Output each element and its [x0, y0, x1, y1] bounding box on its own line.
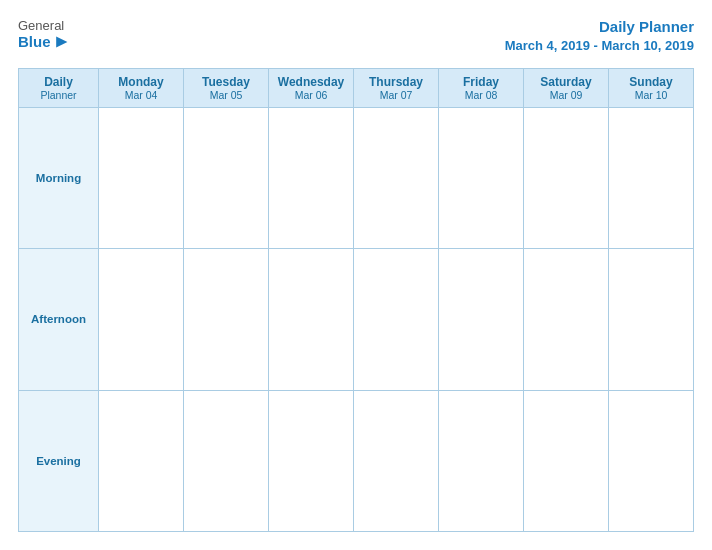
- cell-sun-afternoon[interactable]: [609, 249, 694, 390]
- header-cell-label: Daily Planner: [19, 69, 99, 108]
- cell-tue-morning[interactable]: [184, 108, 269, 249]
- logo-blue-area: Blue: [18, 33, 69, 50]
- cell-mon-evening[interactable]: [99, 390, 184, 531]
- header-cell-thu: Thursday Mar 07: [354, 69, 439, 108]
- header-cell-fri: Friday Mar 08: [439, 69, 524, 108]
- cell-fri-afternoon[interactable]: [439, 249, 524, 390]
- header-daily: Daily: [23, 75, 94, 89]
- header-cell-mon: Monday Mar 04: [99, 69, 184, 108]
- header-cell-tue: Tuesday Mar 05: [184, 69, 269, 108]
- cell-mon-morning[interactable]: [99, 108, 184, 249]
- title-area: Daily Planner March 4, 2019 - March 10, …: [505, 18, 694, 54]
- cell-wed-afternoon[interactable]: [269, 249, 354, 390]
- cell-sat-afternoon[interactable]: [524, 249, 609, 390]
- header-cell-wed: Wednesday Mar 06: [269, 69, 354, 108]
- cell-sun-morning[interactable]: [609, 108, 694, 249]
- logo-icon: [53, 34, 69, 50]
- cell-tue-afternoon[interactable]: [184, 249, 269, 390]
- header-row: Daily Planner Monday Mar 04 Tuesday Mar …: [19, 69, 694, 108]
- logo-general-text: General: [18, 18, 64, 33]
- row-label-afternoon: Afternoon: [19, 249, 99, 390]
- page-header: General Blue Daily Planner March 4, 2019…: [18, 18, 694, 54]
- calendar-table: Daily Planner Monday Mar 04 Tuesday Mar …: [18, 68, 694, 532]
- cell-thu-morning[interactable]: [354, 108, 439, 249]
- cell-tue-evening[interactable]: [184, 390, 269, 531]
- logo-blue-text: Blue: [18, 33, 51, 50]
- logo-area: General Blue: [18, 18, 69, 50]
- header-planner: Planner: [23, 89, 94, 101]
- svg-marker-0: [56, 36, 67, 47]
- cell-sat-evening[interactable]: [524, 390, 609, 531]
- cell-wed-evening[interactable]: [269, 390, 354, 531]
- cell-mon-afternoon[interactable]: [99, 249, 184, 390]
- cell-thu-afternoon[interactable]: [354, 249, 439, 390]
- cell-sat-morning[interactable]: [524, 108, 609, 249]
- table-row-morning: Morning: [19, 108, 694, 249]
- cell-fri-morning[interactable]: [439, 108, 524, 249]
- row-label-evening: Evening: [19, 390, 99, 531]
- header-cell-sat: Saturday Mar 09: [524, 69, 609, 108]
- cell-wed-morning[interactable]: [269, 108, 354, 249]
- cell-thu-evening[interactable]: [354, 390, 439, 531]
- header-cell-sun: Sunday Mar 10: [609, 69, 694, 108]
- row-label-morning: Morning: [19, 108, 99, 249]
- planner-dates: March 4, 2019 - March 10, 2019: [505, 38, 694, 53]
- table-row-afternoon: Afternoon: [19, 249, 694, 390]
- table-row-evening: Evening: [19, 390, 694, 531]
- cell-sun-evening[interactable]: [609, 390, 694, 531]
- cell-fri-evening[interactable]: [439, 390, 524, 531]
- planner-title: Daily Planner: [599, 18, 694, 35]
